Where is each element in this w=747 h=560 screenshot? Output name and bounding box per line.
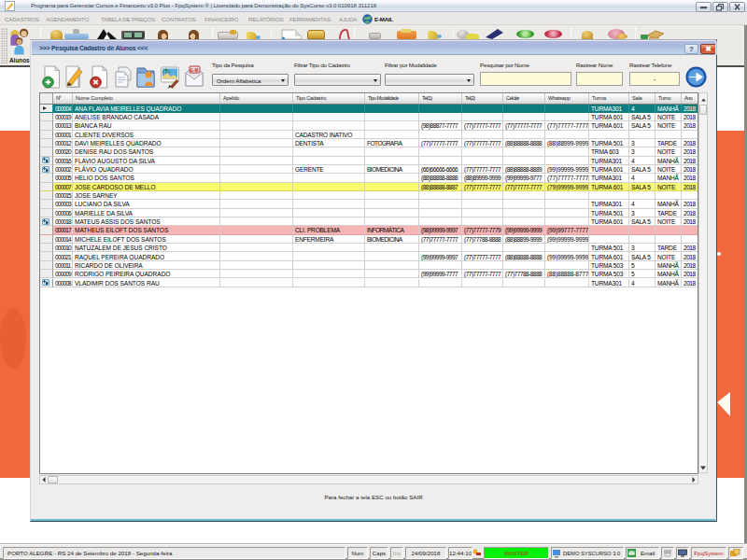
svg-text:E-M: E-M: [190, 68, 199, 73]
